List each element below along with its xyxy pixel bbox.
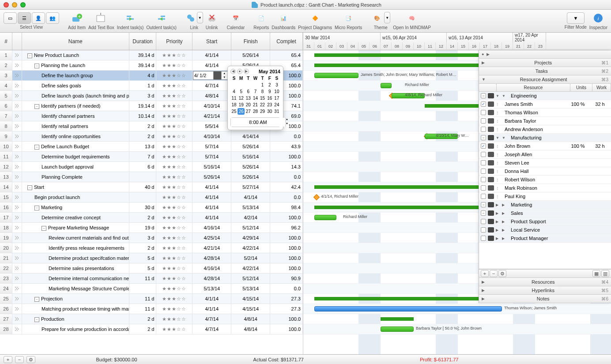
start-cell[interactable]: 5/5/14 bbox=[192, 121, 231, 131]
cal-prev-button[interactable]: ◀ bbox=[230, 69, 236, 74]
complete-cell[interactable]: 0.0 bbox=[270, 192, 303, 202]
resource-checkbox[interactable] bbox=[481, 202, 486, 207]
task-row[interactable]: 9 Identify online opportunities 2 d ★★★☆… bbox=[0, 131, 303, 142]
duration-cell[interactable]: 11 d bbox=[129, 304, 157, 314]
start-date-input[interactable] bbox=[193, 71, 213, 79]
finish-cell[interactable]: 4/15/14 bbox=[231, 294, 270, 304]
duration-cell[interactable]: 19.14 d bbox=[129, 101, 157, 111]
view-tree-button[interactable]: ☰ bbox=[18, 12, 31, 24]
task-name-cell[interactable]: Determine product specifcation materials bbox=[22, 253, 129, 263]
resource-item[interactable]: ⋮Donna Hall bbox=[479, 167, 611, 176]
resource-checkbox[interactable] bbox=[481, 185, 486, 191]
finish-cell[interactable]: 5/26/14 bbox=[231, 172, 270, 182]
priority-cell[interactable]: ★★★☆☆ bbox=[156, 274, 192, 283]
finish-cell[interactable]: 5/12/14 bbox=[231, 274, 270, 283]
gantt-chart[interactable]: 30 Mar 2014w15, 06 Apr 2014w16, 13 Apr 2… bbox=[303, 33, 611, 354]
priority-cell[interactable]: ★★★☆☆ bbox=[156, 263, 192, 273]
finish-cell[interactable]: 4/2/14 bbox=[231, 213, 270, 222]
resource-item[interactable]: ⋮Thomas Wilson bbox=[479, 109, 611, 117]
calendar-day[interactable]: 30 bbox=[266, 108, 273, 115]
task-row[interactable]: 21 Determine product specifcation materi… bbox=[0, 253, 303, 263]
calendar-day[interactable]: 10 bbox=[273, 88, 280, 95]
task-name-cell[interactable]: Marketing Message Structure Complete bbox=[22, 284, 129, 293]
disclosure-icon[interactable]: ▶ bbox=[496, 211, 500, 215]
priority-cell[interactable]: ★★★☆☆ bbox=[156, 223, 192, 233]
calendar-grid[interactable]: SMTWTFS123456789101112131415161718192021… bbox=[230, 75, 280, 115]
task-name-cell[interactable]: Review current materials and find out ne… bbox=[22, 233, 129, 243]
start-cell[interactable]: 4/28/14 bbox=[192, 274, 231, 283]
priority-cell[interactable]: ★★★☆☆ bbox=[156, 284, 192, 293]
task-name-cell[interactable]: Determine internal communication needs bbox=[22, 274, 129, 283]
resource-group[interactable]: ▼▼Engineering bbox=[479, 92, 611, 100]
start-cell[interactable]: 5/16/14 bbox=[192, 162, 231, 172]
view-list-button[interactable]: ▭ bbox=[4, 12, 17, 24]
minimize-window[interactable] bbox=[12, 2, 17, 8]
finish-cell[interactable]: 5/12/14 bbox=[231, 223, 270, 233]
task-row[interactable]: 24 Marketing Message Structure Complete … bbox=[0, 284, 303, 294]
resource-item[interactable]: ⋮Andrew Anderson bbox=[479, 125, 611, 134]
duration-cell[interactable] bbox=[129, 284, 157, 293]
calendar-day[interactable]: 16 bbox=[266, 95, 273, 101]
disclosure-icon[interactable]: ▶ bbox=[496, 236, 500, 240]
inspector-button[interactable]: i bbox=[592, 12, 604, 24]
resource-group[interactable]: ▶▶Product Support bbox=[479, 218, 611, 226]
col-priority[interactable]: Priority bbox=[156, 33, 192, 50]
resource-group[interactable]: ▶▶Local Service bbox=[479, 226, 611, 234]
filter-button[interactable]: ▼ bbox=[567, 12, 585, 24]
calendar-day[interactable]: 20 bbox=[245, 101, 252, 108]
complete-cell[interactable]: 100.0 bbox=[270, 233, 303, 243]
resource-group[interactable]: ▶▶Marketing bbox=[479, 201, 611, 209]
calendar-day[interactable]: 17 bbox=[273, 95, 280, 101]
calendar-day[interactable]: 6 bbox=[245, 88, 252, 95]
duration-cell[interactable]: 7 d bbox=[129, 152, 157, 161]
priority-cell[interactable]: ★★★☆☆ bbox=[156, 142, 192, 151]
task-name-cell[interactable]: Define sales goals bbox=[22, 81, 129, 90]
task-row[interactable]: 1 -New Product Launch 39.14 d ★★★☆☆ 4/1/… bbox=[0, 50, 303, 60]
link-button[interactable] bbox=[185, 12, 196, 24]
resource-group[interactable]: ▶▶Sales bbox=[479, 209, 611, 218]
duration-cell[interactable]: 30 d bbox=[129, 203, 157, 212]
disclosure-icon[interactable]: ▶ bbox=[496, 228, 500, 232]
task-name-cell[interactable]: -Planning the Launch bbox=[22, 60, 129, 70]
task-row[interactable]: 17 Determine creative concept 2 d ★★★☆☆ … bbox=[0, 213, 303, 223]
calendar-day[interactable]: 15 bbox=[259, 95, 266, 101]
finish-cell[interactable]: 5/26/14 bbox=[231, 142, 270, 151]
duration-cell[interactable]: 40 d bbox=[129, 182, 157, 192]
start-cell[interactable]: 5/7/14 bbox=[192, 152, 231, 161]
col-number[interactable]: # bbox=[0, 33, 12, 50]
complete-cell[interactable]: 96.2 bbox=[270, 223, 303, 233]
complete-cell[interactable]: 0.0 bbox=[270, 172, 303, 182]
calendar-day[interactable]: 5 bbox=[238, 88, 245, 95]
task-row[interactable]: 10 -Define Launch Budget 13 d ★★★☆☆ 5/7/… bbox=[0, 142, 303, 152]
start-cell[interactable]: 4/8/14 bbox=[192, 91, 231, 101]
start-cell[interactable]: 5/26/14 bbox=[192, 172, 231, 182]
calendar-day[interactable]: 23 bbox=[266, 101, 273, 108]
finish-cell[interactable]: 5/26/14 bbox=[231, 50, 270, 60]
task-name-cell[interactable]: Identify online opportunities bbox=[22, 131, 129, 141]
sb-add-button[interactable]: + bbox=[4, 356, 12, 363]
calendar-day[interactable]: 2 bbox=[266, 82, 273, 88]
duration-cell[interactable]: 5 d bbox=[129, 253, 157, 263]
disclosure-icon[interactable]: ▶ bbox=[496, 203, 500, 207]
start-cell[interactable]: 4/1/14 bbox=[192, 304, 231, 314]
task-name-cell[interactable]: Determine sales presentations bbox=[22, 263, 129, 273]
start-cell[interactable]: 4/10/14 bbox=[192, 131, 231, 141]
resource-checkbox[interactable] bbox=[481, 110, 486, 115]
start-cell[interactable]: 4/21/14 bbox=[192, 111, 231, 121]
resource-checkbox[interactable] bbox=[481, 210, 486, 216]
task-row[interactable]: 15 Begin product launch ★★★☆☆ 4/1/14 4/1… bbox=[0, 192, 303, 203]
task-row[interactable]: 16 -Marketing 30 d ★★★☆☆ 4/1/14 5/13/14 … bbox=[0, 203, 303, 213]
priority-cell[interactable]: ★★★☆☆ bbox=[156, 304, 192, 314]
start-cell[interactable]: 4/25/14 bbox=[192, 233, 231, 243]
task-name-cell[interactable]: Define the launch group bbox=[22, 71, 129, 80]
calendar-day[interactable]: 4 bbox=[230, 88, 238, 95]
resource-item[interactable]: ⋮Paul King bbox=[479, 192, 611, 201]
priority-cell[interactable]: ★★★☆☆ bbox=[156, 182, 192, 192]
start-cell[interactable]: 4/21/14 bbox=[192, 243, 231, 253]
complete-cell[interactable]: 100.0 bbox=[270, 213, 303, 222]
task-row[interactable]: 23 Determine internal communication need… bbox=[0, 274, 303, 284]
gantt-bar[interactable] bbox=[314, 73, 358, 78]
task-name-cell[interactable]: Identify channel partners bbox=[22, 111, 129, 121]
disclosure-icon[interactable]: ⋮ bbox=[496, 128, 500, 131]
resource-settings-button[interactable]: ⚙ bbox=[498, 270, 506, 277]
